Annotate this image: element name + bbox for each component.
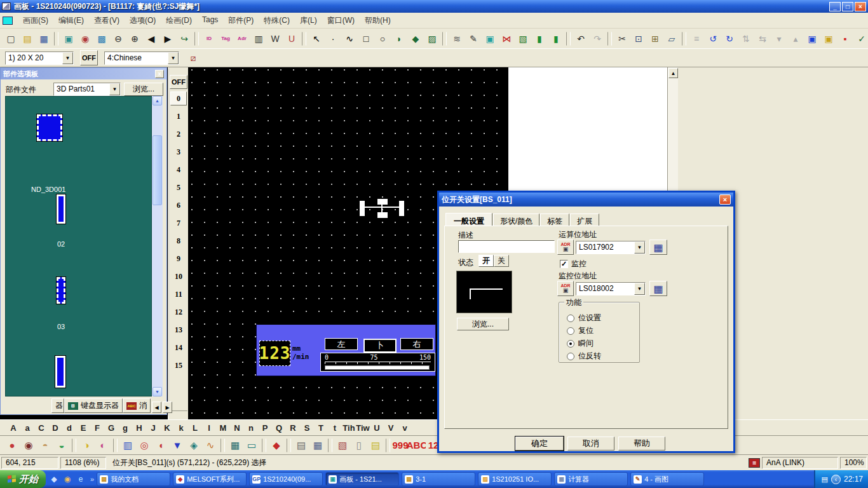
library-save-icon[interactable]: ▮ xyxy=(548,31,564,46)
taskbar-task-button[interactable]: GP 1S210240(09... xyxy=(249,472,323,486)
screen-select[interactable]: 1) 20 X 20 ▼ xyxy=(5,51,74,65)
keyboard-tray-icon[interactable]: ▤ xyxy=(822,475,828,484)
menu-item[interactable]: 库(L) xyxy=(295,13,322,29)
palette-title-bar[interactable]: 部件选项板 x xyxy=(1,68,166,79)
meter-icon[interactable]: ◈ xyxy=(186,438,201,453)
palette-close-icon[interactable]: x xyxy=(155,70,164,78)
taskbar-task-button[interactable]: ▦ 计算器 xyxy=(554,472,628,486)
language-select[interactable]: 4:Chinese ▼ xyxy=(104,51,179,65)
menu-item[interactable]: 帮助(H) xyxy=(360,13,396,29)
separator[interactable] xyxy=(442,32,447,46)
part-thumbnail-partial[interactable] xyxy=(55,356,65,388)
letter-part-button[interactable]: g xyxy=(118,423,132,433)
function-radio-option[interactable]: 瞬间 xyxy=(567,338,593,349)
align-icon[interactable]: ≡ xyxy=(689,31,704,46)
separator[interactable] xyxy=(262,438,266,452)
maximize-button[interactable]: □ xyxy=(842,2,853,11)
screen-manager-icon[interactable]: ▩ xyxy=(94,31,109,46)
pie-graph-icon[interactable]: ◎ xyxy=(137,438,152,453)
browse-button[interactable]: 浏览... xyxy=(457,318,509,330)
chevron-down-icon[interactable]: ▼ xyxy=(634,283,645,295)
media-player-icon[interactable]: ◉ xyxy=(62,473,73,485)
menu-item[interactable]: 窗口(W) xyxy=(322,13,360,29)
bar-graph-icon[interactable]: ▥ xyxy=(120,438,135,453)
close-screen-icon[interactable]: ↪ xyxy=(177,31,192,46)
palette-scrollbar[interactable]: ▲ ▼ xyxy=(152,96,163,396)
letter-part-button[interactable]: K xyxy=(160,423,174,433)
numeric-display-icon[interactable]: 999 xyxy=(393,438,408,453)
state-number-button[interactable]: 7 xyxy=(170,216,187,230)
spray-icon[interactable]: ≋ xyxy=(449,31,465,46)
id-tag-icon[interactable]: ID xyxy=(201,31,217,46)
point-icon[interactable]: · xyxy=(325,31,341,46)
child-window-icon[interactable] xyxy=(3,17,13,25)
enlarge-icon[interactable]: ▴ xyxy=(788,31,803,46)
menu-item[interactable]: 编辑(E) xyxy=(53,13,89,29)
letter-part-button[interactable]: S xyxy=(300,423,314,433)
letter-part-button[interactable]: n xyxy=(244,423,258,433)
adr-tag-icon[interactable]: Adr xyxy=(234,31,250,46)
prev-screen-icon[interactable]: ◀ xyxy=(144,31,159,46)
part-thumbnail-partial[interactable] xyxy=(57,277,65,304)
send-back-icon[interactable]: ▣ xyxy=(821,31,836,46)
numeric-display[interactable]: 123 xyxy=(259,341,290,366)
new-icon[interactable]: ▢ xyxy=(3,31,18,46)
menu-item[interactable]: 选项(O) xyxy=(125,13,161,29)
separator[interactable] xyxy=(328,438,332,452)
tag-list-icon[interactable]: Tag xyxy=(218,31,233,46)
keypad-button[interactable]: ▦ xyxy=(649,281,667,296)
tab-scroll-left-icon[interactable]: ◀ xyxy=(152,402,161,413)
minimize-button[interactable]: _ xyxy=(829,2,841,11)
state-number-button[interactable]: 10 xyxy=(170,269,187,283)
letter-part-button[interactable]: a xyxy=(20,423,34,433)
save-icon[interactable]: ▦ xyxy=(36,31,51,46)
taskbar-task-button[interactable]: ▨ 1S210251 IO... xyxy=(478,472,552,486)
scroll-up-icon[interactable]: ▲ xyxy=(153,96,162,105)
letter-part-button[interactable]: Tih xyxy=(342,423,356,433)
letter-part-button[interactable]: T xyxy=(314,423,328,433)
state-off-button[interactable]: OFF xyxy=(80,50,98,65)
keypad-icon[interactable]: ▦ xyxy=(227,438,243,453)
cut-icon[interactable]: ✂ xyxy=(614,31,630,46)
monitor-address-select[interactable]: LS018002 ▼ xyxy=(576,282,646,295)
middle-button[interactable]: 卜 xyxy=(363,339,397,353)
check-icon[interactable]: ✓ xyxy=(854,31,868,46)
state-off-button[interactable]: 关 xyxy=(494,255,509,267)
taskbar-task-button[interactable]: ▣ 画板 - 1S21... xyxy=(325,472,399,486)
file-display-icon[interactable]: ▤ xyxy=(294,438,309,453)
open-icon[interactable]: ▤ xyxy=(20,31,35,46)
letter-part-button[interactable]: R xyxy=(286,423,300,433)
letter-part-button[interactable]: d xyxy=(62,423,76,433)
letter-part-button[interactable]: J xyxy=(146,423,160,433)
menu-item[interactable]: 查看(V) xyxy=(89,13,125,29)
letter-part-button[interactable]: V xyxy=(384,423,398,433)
part-thumbnail-nd3d001[interactable] xyxy=(37,114,62,141)
letter-part-button[interactable]: U xyxy=(370,423,384,433)
start-button[interactable]: 开始 xyxy=(0,470,46,488)
letter-part-button[interactable]: k xyxy=(174,423,188,433)
scroll-up-icon[interactable]: ▲ xyxy=(668,68,678,78)
menu-item[interactable]: 绘画(D) xyxy=(161,13,197,29)
separator[interactable] xyxy=(194,32,199,46)
letter-part-button[interactable]: M xyxy=(216,423,230,433)
rotate-left-icon[interactable]: ↺ xyxy=(705,31,721,46)
letter-part-button[interactable]: F xyxy=(90,423,104,433)
word-switch-icon[interactable]: ◉ xyxy=(21,438,36,453)
mirror-icon[interactable]: ⋈ xyxy=(499,31,514,46)
letter-part-button[interactable]: Tiw xyxy=(356,423,370,433)
paste-icon[interactable]: ⊞ xyxy=(648,31,663,46)
menu-item[interactable]: 画面(S) xyxy=(18,13,53,29)
rectangle-icon[interactable]: □ xyxy=(358,31,374,46)
state-number-button[interactable]: 1 xyxy=(170,109,187,123)
state-number-button[interactable]: 14 xyxy=(170,341,187,355)
parts-list-area[interactable]: ND_3D001 02 03 xyxy=(5,96,152,396)
state-number-button[interactable]: 2 xyxy=(170,127,187,141)
separator[interactable] xyxy=(302,32,306,46)
state-number-button[interactable]: 13 xyxy=(170,323,187,337)
separator[interactable] xyxy=(607,32,612,46)
list-icon[interactable]: ▤ xyxy=(368,438,383,453)
separator[interactable] xyxy=(54,32,58,46)
letter-part-button[interactable]: Q xyxy=(272,423,286,433)
graph-parts-icon[interactable]: U xyxy=(284,31,299,46)
state-number-button[interactable]: 8 xyxy=(170,234,187,248)
